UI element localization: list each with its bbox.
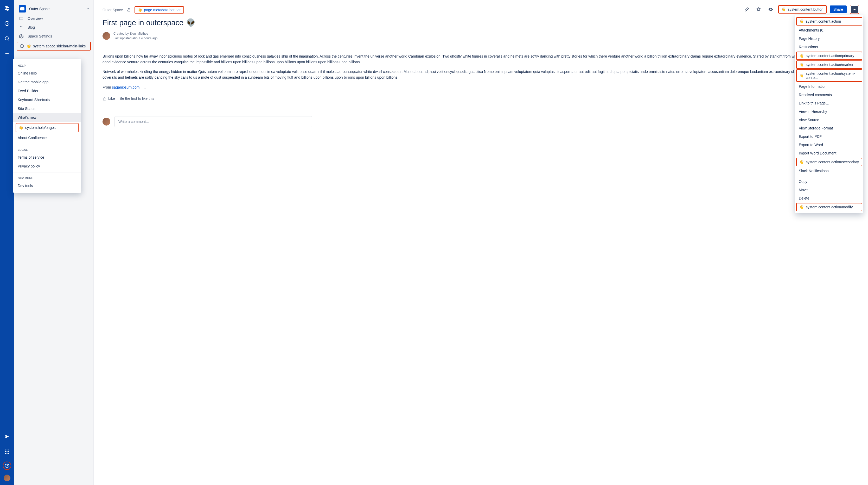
user-avatar[interactable] [4,475,10,481]
source-link[interactable]: saganipsum.com [112,85,140,89]
search-icon[interactable] [2,33,12,44]
breadcrumb-space[interactable]: Outer Space [102,8,123,12]
svg-point-19 [854,9,855,10]
legal-section-title: LEGAL [13,146,81,153]
alien-emoji: 👽 [186,18,195,27]
dd-action-modify[interactable]: 👋system.content.action/modify [796,203,862,211]
dd-system-content-action[interactable]: 👋system.content.action [796,17,862,26]
dd-label: system.content.action/system-conte... [806,72,859,80]
page-title: First page in outerspace 👽 [102,18,859,27]
wave-icon: 👋 [137,8,142,12]
sidebar-item-label: Space Settings [28,34,52,38]
blog-icon [19,25,24,30]
help-mobile-app[interactable]: Get the mobile app [13,78,81,86]
app-switcher-icon[interactable] [2,447,12,457]
page-metadata-banner-extension[interactable]: 👋 page.metadata.banner [134,6,184,13]
help-dev-tools[interactable]: Dev tools [13,181,81,190]
dd-delete[interactable]: Delete [795,194,863,202]
sidebar-item-overview[interactable]: Overview [14,14,93,23]
svg-point-9 [6,453,7,454]
dd-page-history[interactable]: Page History [795,34,863,43]
dd-import-word[interactable]: Import Word Document [795,149,863,157]
comment-input[interactable]: Write a comment... [115,116,312,127]
like-row: Like Be the first to like this [102,96,859,101]
dd-label: system.content.action/modify [806,205,853,209]
paragraph-from: From saganipsum.com ..... [102,85,859,90]
dd-slack[interactable]: Slack Notifications [795,167,863,175]
activity-icon[interactable] [2,18,12,29]
wave-icon: 👋 [799,54,804,58]
watch-button[interactable] [766,5,775,14]
dd-view-hierarchy[interactable]: View in Hierarchy [795,107,863,116]
help-pages-label: system.help/pages [25,125,56,130]
comment-avatar [102,118,110,125]
sidebar-item-label: Blog [28,25,35,29]
divider [13,144,81,144]
dd-move[interactable]: Move [795,186,863,194]
dd-export-word[interactable]: Export to Word [795,141,863,149]
dd-action-primary[interactable]: 👋system.content.action/primary [796,52,862,60]
sidebar-item-label: Overview [28,17,43,21]
help-terms[interactable]: Terms of service [13,153,81,162]
help-feed-builder[interactable]: Feed Builder [13,86,81,95]
divider [13,172,81,172]
create-icon[interactable] [2,49,12,59]
sidebar-item-space-settings[interactable]: Space Settings [14,32,93,40]
share-button[interactable]: Share [830,5,847,13]
svg-rect-13 [20,17,23,20]
star-button[interactable] [754,5,763,14]
wave-icon: 👋 [19,125,23,130]
dd-label: system.content.action/secondary [806,160,859,164]
dd-action-marker[interactable]: 👋system.content.action/marker [796,60,862,69]
sidebar-main-links-extension[interactable]: 👋 system.space.sidebar/main-links [17,42,91,51]
notification-icon[interactable] [2,431,12,442]
dd-export-pdf[interactable]: Export to PDF [795,132,863,141]
chevron-down-icon [86,7,90,11]
dd-copy[interactable]: Copy [795,177,863,186]
wave-icon: 👋 [799,19,804,24]
dd-restrictions[interactable]: Restrictions [795,43,863,51]
dd-view-source[interactable]: View Source [795,116,863,124]
help-site-status[interactable]: Site Status [13,104,81,113]
svg-point-18 [852,9,854,10]
paragraph: Billions upon billions how far away inco… [102,54,859,65]
help-whats-new[interactable]: What's new [13,113,81,122]
svg-point-6 [6,451,7,452]
wave-icon: 👋 [27,44,31,48]
edit-button[interactable] [742,5,751,14]
like-button[interactable]: Like [102,96,115,101]
page-toolbar: 👋 system.content.button Share [742,5,859,14]
help-online-help[interactable]: Online Help [13,69,81,78]
confluence-logo-icon[interactable] [2,3,12,13]
help-pages-extension[interactable]: 👋 system.help/pages [16,123,79,132]
help-icon[interactable] [3,461,11,470]
svg-point-12 [7,467,7,467]
help-about[interactable]: About Confluence [13,133,81,142]
page-byline: Created by Eleni Misthos Last updated ab… [102,31,859,40]
divider [795,176,863,176]
comment-row: Write a comment... [102,116,859,127]
unlock-icon[interactable] [127,8,131,12]
author-avatar[interactable] [102,32,110,40]
space-logo-icon [19,5,26,12]
from-label: From [102,85,112,89]
svg-point-20 [856,9,856,10]
help-popup: HELP Online Help Get the mobile app Feed… [13,59,81,193]
overview-icon [19,16,24,21]
more-actions-button[interactable] [850,5,859,14]
dd-action-system-content[interactable]: 👋system.content.action/system-conte... [796,69,862,82]
dd-link-to-page[interactable]: Link to this Page… [795,99,863,107]
sidebar-item-blog[interactable]: Blog [14,23,93,32]
dd-page-information[interactable]: Page Information [795,82,863,91]
wave-icon: 👋 [799,74,804,78]
space-header[interactable]: Outer Space [14,4,93,14]
system-content-button-extension[interactable]: 👋 system.content.button [778,5,827,13]
svg-point-5 [5,451,6,452]
main-links-label: system.space.sidebar/main-links [33,44,86,48]
dd-resolved-comments[interactable]: Resolved comments [795,91,863,99]
dd-action-secondary[interactable]: 👋system.content.action/secondary [796,158,862,166]
help-keyboard-shortcuts[interactable]: Keyboard Shortcuts [13,95,81,104]
help-privacy[interactable]: Privacy policy [13,162,81,171]
dd-view-storage[interactable]: View Storage Format [795,124,863,132]
dd-attachments[interactable]: Attachments (0) [795,26,863,34]
